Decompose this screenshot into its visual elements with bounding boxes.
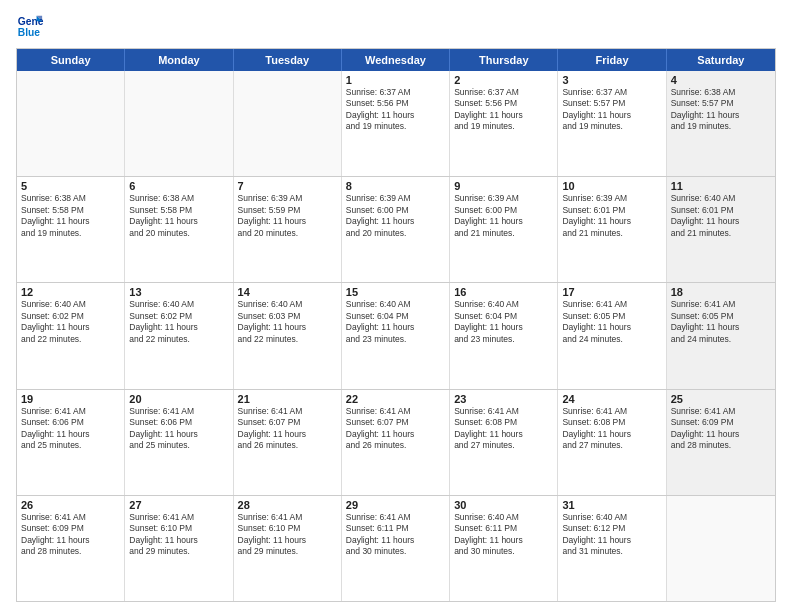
day-cell-11: 11Sunrise: 6:40 AM Sunset: 6:01 PM Dayli… — [667, 177, 775, 282]
header: General Blue — [16, 12, 776, 40]
calendar-body: 1Sunrise: 6:37 AM Sunset: 5:56 PM Daylig… — [17, 71, 775, 601]
day-number: 1 — [346, 74, 445, 86]
day-detail: Sunrise: 6:40 AM Sunset: 6:02 PM Dayligh… — [21, 299, 120, 345]
day-number: 9 — [454, 180, 553, 192]
day-number: 10 — [562, 180, 661, 192]
day-detail: Sunrise: 6:41 AM Sunset: 6:11 PM Dayligh… — [346, 512, 445, 558]
day-detail: Sunrise: 6:37 AM Sunset: 5:56 PM Dayligh… — [454, 87, 553, 133]
day-detail: Sunrise: 6:40 AM Sunset: 6:04 PM Dayligh… — [454, 299, 553, 345]
day-cell-9: 9Sunrise: 6:39 AM Sunset: 6:00 PM Daylig… — [450, 177, 558, 282]
day-detail: Sunrise: 6:41 AM Sunset: 6:10 PM Dayligh… — [129, 512, 228, 558]
day-cell-17: 17Sunrise: 6:41 AM Sunset: 6:05 PM Dayli… — [558, 283, 666, 388]
day-cell-22: 22Sunrise: 6:41 AM Sunset: 6:07 PM Dayli… — [342, 390, 450, 495]
day-cell-30: 30Sunrise: 6:40 AM Sunset: 6:11 PM Dayli… — [450, 496, 558, 601]
day-number: 13 — [129, 286, 228, 298]
day-cell-8: 8Sunrise: 6:39 AM Sunset: 6:00 PM Daylig… — [342, 177, 450, 282]
logo: General Blue — [16, 12, 48, 40]
day-cell-6: 6Sunrise: 6:38 AM Sunset: 5:58 PM Daylig… — [125, 177, 233, 282]
day-number: 28 — [238, 499, 337, 511]
day-detail: Sunrise: 6:40 AM Sunset: 6:12 PM Dayligh… — [562, 512, 661, 558]
day-detail: Sunrise: 6:41 AM Sunset: 6:09 PM Dayligh… — [21, 512, 120, 558]
day-detail: Sunrise: 6:41 AM Sunset: 6:08 PM Dayligh… — [562, 406, 661, 452]
day-number: 23 — [454, 393, 553, 405]
day-number: 22 — [346, 393, 445, 405]
empty-cell — [667, 496, 775, 601]
day-detail: Sunrise: 6:40 AM Sunset: 6:01 PM Dayligh… — [671, 193, 771, 239]
day-cell-31: 31Sunrise: 6:40 AM Sunset: 6:12 PM Dayli… — [558, 496, 666, 601]
day-number: 21 — [238, 393, 337, 405]
day-number: 5 — [21, 180, 120, 192]
day-detail: Sunrise: 6:39 AM Sunset: 6:00 PM Dayligh… — [346, 193, 445, 239]
day-cell-12: 12Sunrise: 6:40 AM Sunset: 6:02 PM Dayli… — [17, 283, 125, 388]
week-row-4: 26Sunrise: 6:41 AM Sunset: 6:09 PM Dayli… — [17, 496, 775, 601]
header-cell-sunday: Sunday — [17, 49, 125, 71]
day-detail: Sunrise: 6:41 AM Sunset: 6:07 PM Dayligh… — [346, 406, 445, 452]
day-detail: Sunrise: 6:37 AM Sunset: 5:56 PM Dayligh… — [346, 87, 445, 133]
week-row-1: 5Sunrise: 6:38 AM Sunset: 5:58 PM Daylig… — [17, 177, 775, 283]
day-detail: Sunrise: 6:40 AM Sunset: 6:03 PM Dayligh… — [238, 299, 337, 345]
day-number: 25 — [671, 393, 771, 405]
day-number: 12 — [21, 286, 120, 298]
day-number: 8 — [346, 180, 445, 192]
day-cell-7: 7Sunrise: 6:39 AM Sunset: 5:59 PM Daylig… — [234, 177, 342, 282]
day-cell-28: 28Sunrise: 6:41 AM Sunset: 6:10 PM Dayli… — [234, 496, 342, 601]
day-cell-25: 25Sunrise: 6:41 AM Sunset: 6:09 PM Dayli… — [667, 390, 775, 495]
day-number: 17 — [562, 286, 661, 298]
header-cell-tuesday: Tuesday — [234, 49, 342, 71]
day-detail: Sunrise: 6:41 AM Sunset: 6:05 PM Dayligh… — [671, 299, 771, 345]
day-number: 6 — [129, 180, 228, 192]
day-number: 18 — [671, 286, 771, 298]
day-cell-29: 29Sunrise: 6:41 AM Sunset: 6:11 PM Dayli… — [342, 496, 450, 601]
day-cell-16: 16Sunrise: 6:40 AM Sunset: 6:04 PM Dayli… — [450, 283, 558, 388]
svg-text:Blue: Blue — [18, 27, 41, 38]
week-row-3: 19Sunrise: 6:41 AM Sunset: 6:06 PM Dayli… — [17, 390, 775, 496]
day-detail: Sunrise: 6:41 AM Sunset: 6:08 PM Dayligh… — [454, 406, 553, 452]
day-number: 7 — [238, 180, 337, 192]
day-number: 30 — [454, 499, 553, 511]
day-detail: Sunrise: 6:41 AM Sunset: 6:06 PM Dayligh… — [21, 406, 120, 452]
day-cell-4: 4Sunrise: 6:38 AM Sunset: 5:57 PM Daylig… — [667, 71, 775, 176]
day-number: 3 — [562, 74, 661, 86]
day-cell-21: 21Sunrise: 6:41 AM Sunset: 6:07 PM Dayli… — [234, 390, 342, 495]
day-detail: Sunrise: 6:39 AM Sunset: 5:59 PM Dayligh… — [238, 193, 337, 239]
day-number: 15 — [346, 286, 445, 298]
day-detail: Sunrise: 6:39 AM Sunset: 6:00 PM Dayligh… — [454, 193, 553, 239]
day-cell-24: 24Sunrise: 6:41 AM Sunset: 6:08 PM Dayli… — [558, 390, 666, 495]
header-cell-friday: Friday — [558, 49, 666, 71]
empty-cell — [234, 71, 342, 176]
day-number: 11 — [671, 180, 771, 192]
day-cell-15: 15Sunrise: 6:40 AM Sunset: 6:04 PM Dayli… — [342, 283, 450, 388]
day-number: 14 — [238, 286, 337, 298]
day-number: 29 — [346, 499, 445, 511]
day-detail: Sunrise: 6:41 AM Sunset: 6:09 PM Dayligh… — [671, 406, 771, 452]
day-cell-10: 10Sunrise: 6:39 AM Sunset: 6:01 PM Dayli… — [558, 177, 666, 282]
day-number: 2 — [454, 74, 553, 86]
day-detail: Sunrise: 6:41 AM Sunset: 6:05 PM Dayligh… — [562, 299, 661, 345]
day-detail: Sunrise: 6:38 AM Sunset: 5:58 PM Dayligh… — [21, 193, 120, 239]
day-number: 24 — [562, 393, 661, 405]
day-number: 19 — [21, 393, 120, 405]
day-number: 20 — [129, 393, 228, 405]
day-detail: Sunrise: 6:38 AM Sunset: 5:57 PM Dayligh… — [671, 87, 771, 133]
day-detail: Sunrise: 6:41 AM Sunset: 6:10 PM Dayligh… — [238, 512, 337, 558]
day-cell-3: 3Sunrise: 6:37 AM Sunset: 5:57 PM Daylig… — [558, 71, 666, 176]
day-detail: Sunrise: 6:41 AM Sunset: 6:07 PM Dayligh… — [238, 406, 337, 452]
day-detail: Sunrise: 6:40 AM Sunset: 6:02 PM Dayligh… — [129, 299, 228, 345]
header-cell-monday: Monday — [125, 49, 233, 71]
day-detail: Sunrise: 6:40 AM Sunset: 6:04 PM Dayligh… — [346, 299, 445, 345]
day-cell-19: 19Sunrise: 6:41 AM Sunset: 6:06 PM Dayli… — [17, 390, 125, 495]
day-cell-14: 14Sunrise: 6:40 AM Sunset: 6:03 PM Dayli… — [234, 283, 342, 388]
day-detail: Sunrise: 6:41 AM Sunset: 6:06 PM Dayligh… — [129, 406, 228, 452]
week-row-2: 12Sunrise: 6:40 AM Sunset: 6:02 PM Dayli… — [17, 283, 775, 389]
day-cell-23: 23Sunrise: 6:41 AM Sunset: 6:08 PM Dayli… — [450, 390, 558, 495]
day-number: 4 — [671, 74, 771, 86]
header-cell-wednesday: Wednesday — [342, 49, 450, 71]
page: General Blue SundayMondayTuesdayWednesda… — [0, 0, 792, 612]
header-cell-thursday: Thursday — [450, 49, 558, 71]
day-number: 27 — [129, 499, 228, 511]
day-cell-18: 18Sunrise: 6:41 AM Sunset: 6:05 PM Dayli… — [667, 283, 775, 388]
day-cell-20: 20Sunrise: 6:41 AM Sunset: 6:06 PM Dayli… — [125, 390, 233, 495]
day-detail: Sunrise: 6:40 AM Sunset: 6:11 PM Dayligh… — [454, 512, 553, 558]
day-detail: Sunrise: 6:37 AM Sunset: 5:57 PM Dayligh… — [562, 87, 661, 133]
calendar-header-row: SundayMondayTuesdayWednesdayThursdayFrid… — [17, 49, 775, 71]
